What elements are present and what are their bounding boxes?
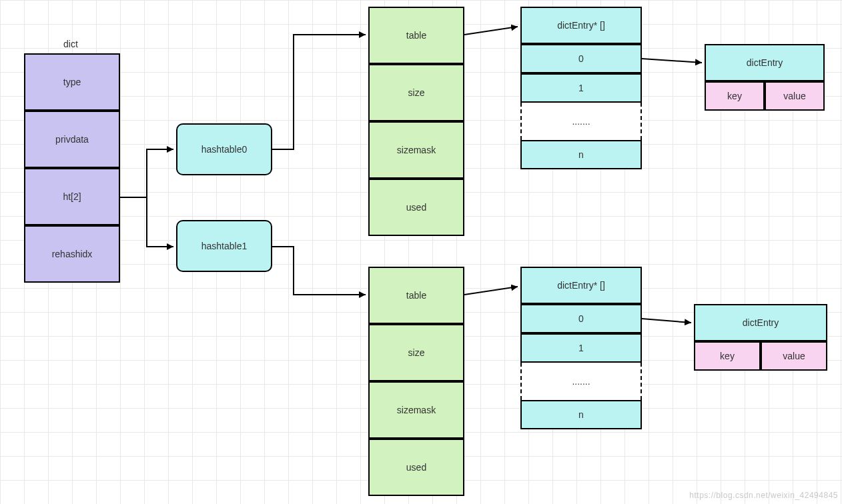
ht1-field-sizemask: sizemask xyxy=(368,381,464,439)
entryarr0-indexn: n xyxy=(520,140,642,169)
entryarr1-ellipsis: ....... xyxy=(520,363,642,400)
entry1-value: value xyxy=(761,341,827,371)
ht0-field-sizemask: sizemask xyxy=(368,121,464,179)
dict-title: dict xyxy=(63,39,78,49)
entryarr1-header: dictEntry* [] xyxy=(520,267,642,304)
ht0-field-table: table xyxy=(368,7,464,64)
entryarr1-index1: 1 xyxy=(520,333,642,363)
entryarr1-index0: 0 xyxy=(520,304,642,333)
entryarr0-index1: 1 xyxy=(520,73,642,103)
entry0-key: key xyxy=(705,81,765,111)
hashtable1: hashtable1 xyxy=(176,220,272,272)
entry0-value: value xyxy=(765,81,825,111)
entry1-key: key xyxy=(694,341,761,371)
hashtable0: hashtable0 xyxy=(176,123,272,175)
watermark: https://blog.csdn.net/weixin_42494845 xyxy=(689,491,838,500)
entryarr0-header: dictEntry* [] xyxy=(520,7,642,44)
dict-field-ht2: ht[2] xyxy=(24,168,120,225)
ht1-field-used: used xyxy=(368,439,464,496)
dict-field-privdata: privdata xyxy=(24,111,120,168)
entryarr0-index0: 0 xyxy=(520,44,642,73)
ht0-field-used: used xyxy=(368,179,464,236)
dict-field-rehashidx: rehashidx xyxy=(24,225,120,283)
entryarr1-indexn: n xyxy=(520,400,642,429)
dict-field-type: type xyxy=(24,53,120,111)
entry0-title: dictEntry xyxy=(705,44,825,81)
ht1-field-table: table xyxy=(368,267,464,324)
ht1-field-size: size xyxy=(368,324,464,381)
entry1-title: dictEntry xyxy=(694,304,827,341)
entryarr0-ellipsis: ....... xyxy=(520,103,642,140)
ht0-field-size: size xyxy=(368,64,464,121)
